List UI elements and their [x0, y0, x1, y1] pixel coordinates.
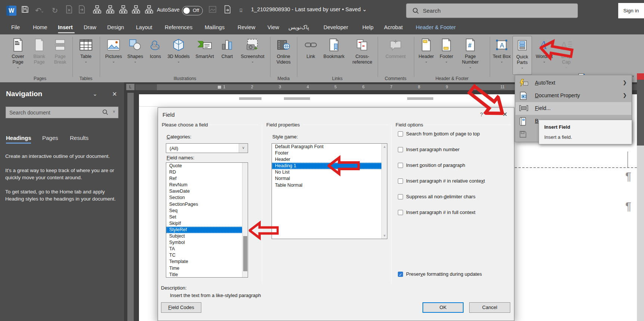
- scroll-down-icon[interactable]: ▼: [382, 234, 387, 238]
- navpane-tab-results[interactable]: Results: [70, 135, 89, 141]
- tab-acrobat[interactable]: Acrobat: [384, 24, 403, 30]
- icons-button[interactable]: Icons: [146, 36, 164, 75]
- search-input[interactable]: [423, 4, 572, 18]
- field-name-item[interactable]: Set: [166, 214, 248, 220]
- tab-design[interactable]: Design: [107, 24, 124, 30]
- field-name-item[interactable]: Ref: [166, 175, 248, 182]
- text-box-button[interactable]: A Text Box⌄: [492, 36, 511, 75]
- tab-developer[interactable]: Developer: [323, 24, 348, 30]
- tab-references[interactable]: References: [165, 24, 192, 30]
- checkbox-unchecked[interactable]: [398, 194, 403, 199]
- navigation-chevron-icon[interactable]: ⌄: [93, 91, 97, 97]
- navigation-search-input[interactable]: [9, 107, 95, 118]
- screenshot-button[interactable]: Screenshot⌄: [238, 36, 267, 75]
- checkbox-unchecked[interactable]: [398, 178, 403, 184]
- chevron-down-icon[interactable]: ˅: [239, 144, 248, 153]
- search-options-chevron-icon[interactable]: ˅: [113, 110, 115, 114]
- tab-review[interactable]: Review: [238, 24, 256, 30]
- tab-file[interactable]: File: [11, 24, 20, 30]
- field-name-item[interactable]: Quote: [166, 163, 248, 169]
- field-name-item[interactable]: SkipIf: [166, 220, 248, 227]
- autosave-toggle[interactable]: Off: [182, 6, 203, 15]
- field-option[interactable]: Insert position of paragraph: [398, 162, 510, 168]
- pictures-button[interactable]: Pictures⌄: [103, 36, 124, 75]
- tab-mailings[interactable]: Mailings: [205, 24, 225, 30]
- page-number-button[interactable]: # Page Number⌄: [457, 36, 483, 75]
- tab-stop-selector[interactable]: L: [126, 84, 134, 90]
- field-name-item[interactable]: RD: [166, 169, 248, 175]
- scrollbar-thumb[interactable]: [243, 236, 247, 271]
- tab-home[interactable]: Home: [33, 24, 47, 30]
- org-chart-icon[interactable]: [131, 5, 141, 16]
- org-chart-icon[interactable]: [144, 5, 154, 16]
- tab-layout[interactable]: Layout: [136, 24, 152, 30]
- org-chart-icon[interactable]: [105, 5, 115, 16]
- navpane-tab-headings[interactable]: Headings: [6, 135, 31, 141]
- print-preview-icon[interactable]: [223, 5, 232, 16]
- field-names-scrollbar[interactable]: [242, 163, 248, 277]
- vertical-ruler[interactable]: [127, 93, 134, 321]
- blank-page-button[interactable]: Blank Page: [30, 36, 49, 75]
- chart-button[interactable]: Chart: [218, 36, 236, 75]
- quick-access-chevron-icon[interactable]: ⍗: [236, 5, 246, 16]
- org-chart-icon[interactable]: [92, 5, 102, 16]
- comment-button[interactable]: Comment: [384, 36, 407, 75]
- bookmark-button[interactable]: Bookmark: [321, 36, 347, 75]
- field-option[interactable]: Insert paragraph # in relative context: [398, 178, 510, 184]
- navigation-search-box[interactable]: ˅: [6, 107, 118, 118]
- field-name-item[interactable]: Symbol: [166, 239, 248, 246]
- field-option[interactable]: Insert paragraph # in full context: [398, 210, 510, 215]
- navigation-close-icon[interactable]: ✕: [112, 91, 117, 98]
- save-icon[interactable]: [20, 5, 30, 16]
- export-document-icon[interactable]: [77, 5, 87, 16]
- tab-insert[interactable]: Insert: [58, 24, 73, 30]
- menu-item-document-property[interactable]: Document Property ❯: [515, 89, 631, 102]
- field-name-item[interactable]: RevNum: [166, 182, 248, 188]
- preserve-formatting-option[interactable]: ✓ Preserve formatting during updates: [398, 271, 482, 277]
- org-chart-icon[interactable]: [118, 5, 128, 16]
- field-name-item[interactable]: Template: [166, 259, 248, 265]
- page-break-button[interactable]: Page Break: [51, 36, 69, 75]
- field-name-item[interactable]: SaveDate: [166, 188, 248, 195]
- scroll-up-icon[interactable]: ▲: [382, 145, 387, 149]
- word-logo-icon[interactable]: W: [6, 6, 16, 16]
- style-item[interactable]: Normal: [272, 175, 387, 182]
- header-button[interactable]: Header⌄: [417, 36, 436, 75]
- field-name-item[interactable]: Seq: [166, 208, 248, 214]
- tab-draw[interactable]: Draw: [84, 24, 96, 30]
- field-name-item[interactable]: SectionPages: [166, 201, 248, 208]
- ok-button[interactable]: OK: [422, 302, 464, 313]
- tab-header-footer[interactable]: Header & Footer: [416, 24, 456, 30]
- field-name-item[interactable]: StyleRef: [166, 227, 248, 233]
- field-codes-button[interactable]: Field Codes: [161, 302, 201, 313]
- checkbox-unchecked[interactable]: [398, 131, 403, 137]
- discard-document-icon[interactable]: [64, 5, 74, 16]
- field-name-item[interactable]: Subject: [166, 233, 248, 239]
- field-name-item[interactable]: TA: [166, 246, 248, 252]
- field-name-item[interactable]: TC: [166, 252, 248, 259]
- categories-dropdown[interactable]: (All) ˅: [166, 143, 248, 153]
- field-option[interactable]: Insert paragraph number: [398, 147, 510, 152]
- document-title[interactable]: 1_21029808930 - Last saved by user • Sav…: [251, 6, 367, 12]
- tab-paknevis[interactable]: پاک‌نویس: [288, 24, 309, 30]
- checkbox-unchecked[interactable]: [398, 147, 403, 152]
- smartart-button[interactable]: SmartArt: [193, 36, 217, 75]
- style-item[interactable]: Default Paragraph Font: [272, 144, 387, 150]
- 3d-models-button[interactable]: 3D Models⌄: [166, 36, 191, 75]
- footer-button[interactable]: Footer⌄: [437, 36, 456, 75]
- redo-icon[interactable]: ↻: [50, 5, 60, 16]
- field-name-item[interactable]: Title: [166, 272, 248, 278]
- checkbox-checked[interactable]: ✓: [398, 272, 403, 277]
- field-name-item[interactable]: Section: [166, 195, 248, 201]
- shapes-button[interactable]: Shapes⌄: [126, 36, 145, 75]
- field-option[interactable]: Search from bottom of page to top: [398, 131, 510, 137]
- checkbox-unchecked[interactable]: [398, 210, 403, 215]
- cancel-button[interactable]: Cancel: [469, 302, 510, 313]
- scrollbar-thumb[interactable]: [637, 80, 644, 146]
- checkbox-unchecked[interactable]: [398, 163, 403, 168]
- navpane-tab-pages[interactable]: Pages: [42, 135, 58, 141]
- style-item[interactable]: Table Normal: [272, 182, 387, 189]
- tab-view[interactable]: View: [267, 24, 279, 30]
- link-button[interactable]: Link: [303, 36, 319, 75]
- field-option[interactable]: Suppress all non-delimiter chars: [398, 194, 510, 199]
